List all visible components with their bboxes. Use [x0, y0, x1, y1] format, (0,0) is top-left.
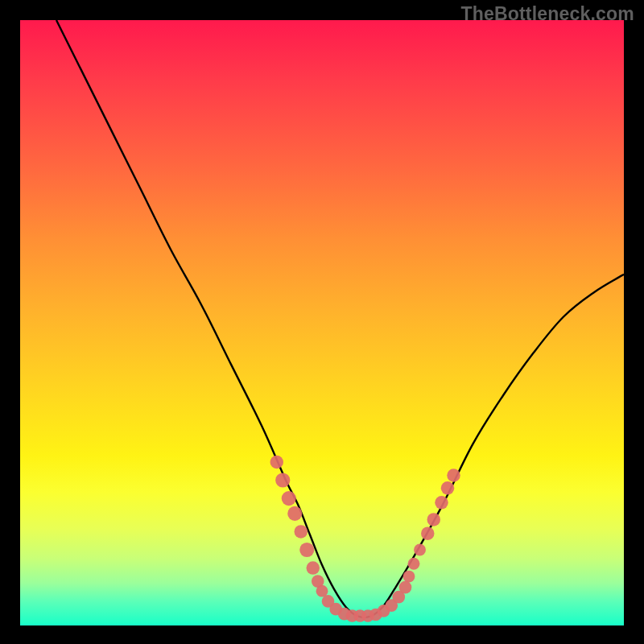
watermark-text: TheBottleneck.com — [460, 3, 634, 25]
chart-marker — [441, 481, 455, 495]
chart-marker — [295, 525, 308, 539]
chart-marker — [447, 469, 460, 482]
chart-marker — [270, 456, 284, 469]
chart-marker — [427, 513, 441, 526]
chart-curve — [56, 20, 624, 617]
chart-frame: TheBottleneck.com — [0, 0, 644, 644]
chart-marker — [316, 585, 328, 597]
chart-markers — [270, 456, 460, 622]
chart-marker — [287, 506, 302, 521]
chart-marker — [399, 581, 412, 594]
chart-marker — [421, 526, 435, 540]
chart-marker — [408, 558, 420, 570]
chart-marker — [299, 543, 314, 557]
chart-plot-area — [20, 20, 624, 625]
chart-marker — [282, 491, 296, 506]
chart-marker — [403, 571, 415, 583]
chart-marker — [414, 544, 426, 556]
chart-marker — [275, 473, 290, 487]
chart-marker — [435, 496, 448, 510]
chart-marker — [307, 561, 320, 575]
chart-svg — [20, 20, 624, 625]
